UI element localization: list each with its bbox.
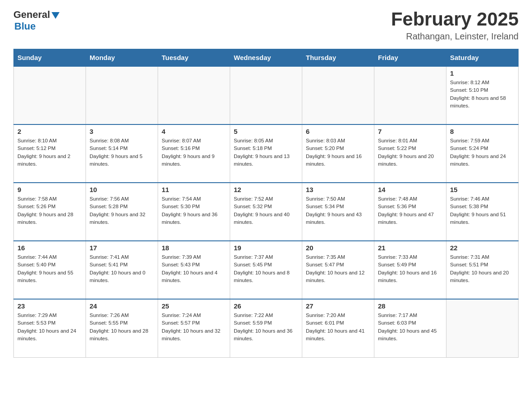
day-number: 20 — [306, 244, 370, 252]
calendar-cell: 19Sunrise: 7:37 AMSunset: 5:45 PMDayligh… — [230, 241, 302, 299]
calendar-cell: 20Sunrise: 7:35 AMSunset: 5:47 PMDayligh… — [302, 241, 374, 299]
day-info: Sunrise: 7:44 AMSunset: 5:40 PMDaylight:… — [17, 253, 82, 284]
calendar-cell: 18Sunrise: 7:39 AMSunset: 5:43 PMDayligh… — [158, 241, 230, 299]
day-info: Sunrise: 7:52 AMSunset: 5:32 PMDaylight:… — [234, 195, 298, 226]
day-info: Sunrise: 7:56 AMSunset: 5:28 PMDaylight:… — [90, 195, 154, 226]
column-header-sunday: Sunday — [14, 49, 86, 67]
day-info: Sunrise: 7:41 AMSunset: 5:41 PMDaylight:… — [90, 253, 154, 284]
calendar-cell: 23Sunrise: 7:29 AMSunset: 5:53 PMDayligh… — [14, 299, 86, 357]
calendar-cell: 14Sunrise: 7:48 AMSunset: 5:36 PMDayligh… — [374, 183, 446, 241]
calendar-cell — [446, 299, 519, 357]
column-header-monday: Monday — [86, 49, 158, 67]
logo-general-text: General — [13, 9, 50, 21]
day-number: 9 — [17, 186, 82, 193]
week-row-2: 2Sunrise: 8:10 AMSunset: 5:12 PMDaylight… — [14, 124, 519, 183]
day-info: Sunrise: 8:12 AMSunset: 5:10 PMDaylight:… — [450, 79, 515, 110]
day-info: Sunrise: 7:59 AMSunset: 5:24 PMDaylight:… — [450, 137, 515, 168]
day-info: Sunrise: 7:26 AMSunset: 5:55 PMDaylight:… — [90, 312, 154, 342]
day-info: Sunrise: 7:33 AMSunset: 5:49 PMDaylight:… — [378, 253, 442, 284]
calendar-cell: 26Sunrise: 7:22 AMSunset: 5:59 PMDayligh… — [230, 299, 302, 357]
day-number: 7 — [378, 128, 442, 135]
day-number: 6 — [306, 128, 370, 135]
calendar-cell: 24Sunrise: 7:26 AMSunset: 5:55 PMDayligh… — [86, 299, 158, 357]
page-header: General Blue February 2025 Rathangan, Le… — [13, 9, 519, 42]
column-header-wednesday: Wednesday — [230, 49, 302, 67]
location-title: Rathangan, Leinster, Ireland — [391, 31, 519, 42]
calendar-cell — [302, 66, 374, 124]
calendar-cell: 2Sunrise: 8:10 AMSunset: 5:12 PMDaylight… — [14, 124, 86, 183]
day-info: Sunrise: 7:29 AMSunset: 5:53 PMDaylight:… — [17, 312, 82, 342]
day-number: 8 — [450, 128, 515, 135]
calendar-header-row: SundayMondayTuesdayWednesdayThursdayFrid… — [14, 49, 519, 67]
calendar-cell: 28Sunrise: 7:17 AMSunset: 6:03 PMDayligh… — [374, 299, 446, 357]
calendar-cell: 11Sunrise: 7:54 AMSunset: 5:30 PMDayligh… — [158, 183, 230, 241]
calendar-cell — [158, 66, 230, 124]
column-header-saturday: Saturday — [446, 49, 519, 67]
day-info: Sunrise: 7:50 AMSunset: 5:34 PMDaylight:… — [306, 195, 370, 226]
calendar-cell — [230, 66, 302, 124]
day-number: 23 — [17, 302, 82, 310]
calendar-cell: 10Sunrise: 7:56 AMSunset: 5:28 PMDayligh… — [86, 183, 158, 241]
day-number: 17 — [90, 244, 154, 252]
calendar-cell: 5Sunrise: 8:05 AMSunset: 5:18 PMDaylight… — [230, 124, 302, 183]
day-info: Sunrise: 8:03 AMSunset: 5:20 PMDaylight:… — [306, 137, 370, 168]
day-number: 4 — [162, 128, 226, 135]
day-number: 5 — [234, 128, 298, 135]
day-number: 18 — [162, 244, 226, 252]
calendar-cell — [374, 66, 446, 124]
calendar-cell: 22Sunrise: 7:31 AMSunset: 5:51 PMDayligh… — [446, 241, 519, 299]
calendar-cell: 8Sunrise: 7:59 AMSunset: 5:24 PMDaylight… — [446, 124, 519, 183]
column-header-friday: Friday — [374, 49, 446, 67]
logo: General Blue — [13, 9, 60, 32]
day-info: Sunrise: 7:24 AMSunset: 5:57 PMDaylight:… — [162, 312, 226, 342]
calendar-table: SundayMondayTuesdayWednesdayThursdayFrid… — [13, 49, 519, 358]
day-number: 1 — [450, 69, 515, 77]
day-number: 22 — [450, 244, 515, 252]
calendar-cell: 7Sunrise: 8:01 AMSunset: 5:22 PMDaylight… — [374, 124, 446, 183]
calendar-cell: 17Sunrise: 7:41 AMSunset: 5:41 PMDayligh… — [86, 241, 158, 299]
day-info: Sunrise: 7:37 AMSunset: 5:45 PMDaylight:… — [234, 253, 298, 284]
day-number: 21 — [378, 244, 442, 252]
week-row-3: 9Sunrise: 7:58 AMSunset: 5:26 PMDaylight… — [14, 183, 519, 241]
day-number: 28 — [378, 302, 442, 310]
day-info: Sunrise: 7:46 AMSunset: 5:38 PMDaylight:… — [450, 195, 515, 226]
day-info: Sunrise: 7:20 AMSunset: 6:01 PMDaylight:… — [306, 312, 370, 342]
day-number: 19 — [234, 244, 298, 252]
calendar-cell — [14, 66, 86, 124]
calendar-cell — [86, 66, 158, 124]
day-number: 24 — [90, 302, 154, 310]
calendar-cell: 13Sunrise: 7:50 AMSunset: 5:34 PMDayligh… — [302, 183, 374, 241]
calendar-cell: 1Sunrise: 8:12 AMSunset: 5:10 PMDaylight… — [446, 66, 519, 124]
title-block: February 2025 Rathangan, Leinster, Irela… — [391, 9, 519, 42]
logo-line1: General — [13, 9, 60, 21]
day-number: 12 — [234, 186, 298, 193]
week-row-4: 16Sunrise: 7:44 AMSunset: 5:40 PMDayligh… — [14, 241, 519, 299]
calendar-cell: 15Sunrise: 7:46 AMSunset: 5:38 PMDayligh… — [446, 183, 519, 241]
calendar-cell: 9Sunrise: 7:58 AMSunset: 5:26 PMDaylight… — [14, 183, 86, 241]
day-info: Sunrise: 7:17 AMSunset: 6:03 PMDaylight:… — [378, 312, 442, 342]
calendar-cell: 21Sunrise: 7:33 AMSunset: 5:49 PMDayligh… — [374, 241, 446, 299]
calendar-cell: 27Sunrise: 7:20 AMSunset: 6:01 PMDayligh… — [302, 299, 374, 357]
day-info: Sunrise: 8:10 AMSunset: 5:12 PMDaylight:… — [17, 137, 82, 168]
calendar-cell: 6Sunrise: 8:03 AMSunset: 5:20 PMDaylight… — [302, 124, 374, 183]
day-info: Sunrise: 7:22 AMSunset: 5:59 PMDaylight:… — [234, 312, 298, 342]
day-info: Sunrise: 8:07 AMSunset: 5:16 PMDaylight:… — [162, 137, 226, 168]
week-row-1: 1Sunrise: 8:12 AMSunset: 5:10 PMDaylight… — [14, 66, 519, 124]
calendar-cell: 12Sunrise: 7:52 AMSunset: 5:32 PMDayligh… — [230, 183, 302, 241]
day-info: Sunrise: 8:01 AMSunset: 5:22 PMDaylight:… — [378, 137, 442, 168]
day-info: Sunrise: 7:31 AMSunset: 5:51 PMDaylight:… — [450, 253, 515, 284]
day-info: Sunrise: 7:58 AMSunset: 5:26 PMDaylight:… — [17, 195, 82, 226]
calendar-cell: 16Sunrise: 7:44 AMSunset: 5:40 PMDayligh… — [14, 241, 86, 299]
calendar-cell: 4Sunrise: 8:07 AMSunset: 5:16 PMDaylight… — [158, 124, 230, 183]
day-info: Sunrise: 7:35 AMSunset: 5:47 PMDaylight:… — [306, 253, 370, 284]
logo-blue-text: Blue — [14, 21, 36, 32]
month-title: February 2025 — [391, 9, 519, 30]
day-number: 13 — [306, 186, 370, 193]
day-info: Sunrise: 7:39 AMSunset: 5:43 PMDaylight:… — [162, 253, 226, 284]
day-number: 15 — [450, 186, 515, 193]
day-info: Sunrise: 7:48 AMSunset: 5:36 PMDaylight:… — [378, 195, 442, 226]
column-header-thursday: Thursday — [302, 49, 374, 67]
day-number: 14 — [378, 186, 442, 193]
day-info: Sunrise: 8:05 AMSunset: 5:18 PMDaylight:… — [234, 137, 298, 168]
calendar-cell: 3Sunrise: 8:08 AMSunset: 5:14 PMDaylight… — [86, 124, 158, 183]
